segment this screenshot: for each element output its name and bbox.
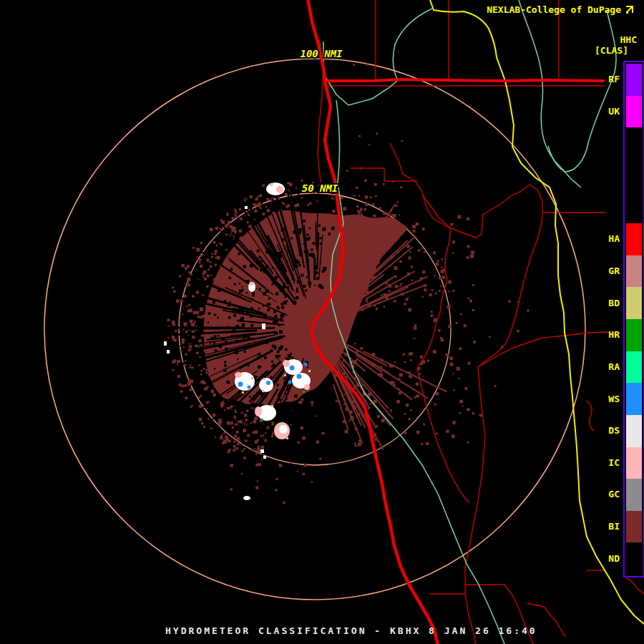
echo-region <box>167 64 530 504</box>
storm-cell <box>248 282 255 292</box>
legend-label-ha: HA <box>595 233 620 244</box>
legend-segment-ws <box>626 383 642 415</box>
legend-label-uk: UK <box>595 106 620 117</box>
product-code: HHC <box>620 34 637 45</box>
county-roads <box>318 0 644 644</box>
radar-viewer: 100 NMI 50 NMI NEXLAB-College of DuPage … <box>0 0 644 644</box>
legend-segment-bi <box>626 511 642 543</box>
legend-segment-ha <box>626 223 642 255</box>
brand-header: NEXLAB-College of DuPage <box>487 4 634 15</box>
classification-tag: [CLAS] <box>595 45 628 56</box>
legend-segment-rf <box>626 64 642 96</box>
storm-cell <box>164 341 170 353</box>
legend-label-ds: DS <box>595 425 620 436</box>
legend-label-gc: GC <box>595 489 620 499</box>
legend-label-ic: IC <box>595 457 620 468</box>
legend-segment-nd <box>626 542 642 575</box>
legend-label-rf: RF <box>595 74 620 84</box>
radar-map: 100 NMI 50 NMI <box>0 0 644 644</box>
storm-cell <box>243 496 250 500</box>
legend-label-hr: HR <box>595 329 620 340</box>
legend-segment-ic <box>626 447 642 479</box>
legend-segment-gc <box>626 479 642 511</box>
legend-label-bd: BD <box>595 298 620 308</box>
storm-cell <box>262 323 265 329</box>
legend-segment-blank <box>626 192 642 224</box>
legend-segment-blank <box>626 160 642 192</box>
range-ring-100-label: 100 NMI <box>300 48 343 59</box>
legend-segment-hr <box>626 319 642 351</box>
storm-cell <box>259 378 273 392</box>
legend-label-bi: BI <box>595 521 620 532</box>
legend-segment-ra <box>626 351 642 384</box>
legend-segment-blank <box>626 127 642 160</box>
range-ring-50-label: 50 NMI <box>302 182 338 194</box>
brand-label: NEXLAB-College of DuPage <box>487 4 621 15</box>
legend-label-ws: WS <box>595 394 620 404</box>
storm-cell <box>266 182 285 195</box>
product-title-bar: HYDROMETEOR CLASSIFICATION - KBHX 8 JAN … <box>165 625 537 636</box>
legend-segment-ds <box>626 415 642 447</box>
external-link-icon <box>625 5 634 14</box>
legend-segment-uk <box>626 96 642 128</box>
highway-east-west <box>326 79 605 81</box>
legend-color-bar <box>623 61 644 577</box>
legend-label-nd: ND <box>595 553 620 564</box>
legend-segment-bd <box>626 287 642 319</box>
storm-cell <box>245 206 248 209</box>
legend-label-gr: GR <box>595 265 620 276</box>
legend-segment-gr <box>626 255 642 288</box>
legend-label-ra: RA <box>595 361 620 372</box>
storm-cell <box>274 422 290 439</box>
